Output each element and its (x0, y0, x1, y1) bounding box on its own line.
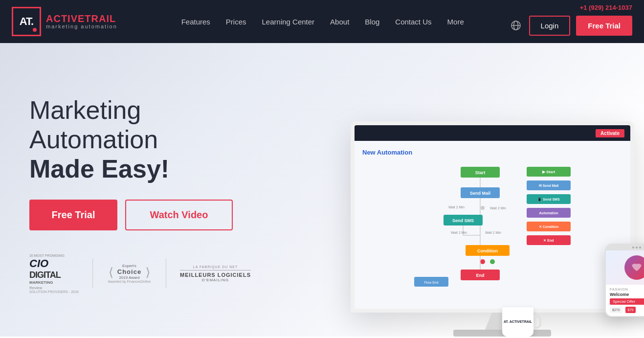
svg-text:Start: Start (475, 170, 486, 175)
nav-blog[interactable]: Blog (365, 18, 379, 26)
phone-price-2: $79 (625, 307, 636, 313)
svg-text:Wait 2 Min: Wait 2 Min (451, 231, 467, 234)
svg-text:Automation: Automation (539, 211, 558, 215)
badge-divider-1 (92, 259, 93, 288)
expert-text: Expert's Choice 2019 Award (117, 264, 141, 280)
fabrique-main: MEILLEURS LOGICIELS (180, 272, 251, 278)
cio-logo: CIO (29, 257, 48, 270)
logo[interactable]: AT. ACTIVETRAIL marketing automation (12, 7, 117, 36)
nav-learning-center[interactable]: Learning Center (262, 18, 315, 26)
nav-more[interactable]: More (447, 18, 464, 26)
expert-line2: Choice (117, 268, 141, 275)
svg-text:Send SMS: Send SMS (452, 218, 474, 223)
svg-text:Send Mail: Send Mail (470, 191, 490, 196)
activate-label[interactable]: Activate (596, 129, 624, 137)
expert-line3: 2019 Award (117, 275, 141, 280)
mug: AT. ACTIVETRAIL (502, 297, 541, 337)
phone-top-bar (606, 245, 644, 250)
badge-fabrique: LA FABRIQUE DU NET MEILLEURS LOGICIELS D… (180, 265, 251, 282)
nav-contact-us[interactable]: Contact Us (395, 18, 431, 26)
monitor-wrapper: Activate New Automation Start (351, 121, 644, 337)
svg-point-22 (490, 259, 495, 264)
phone-welcome: Welcome (610, 292, 644, 297)
svg-text:Wait 2 Min: Wait 2 Min (485, 231, 501, 234)
phone-dot-3 (639, 247, 641, 248)
expert-finance: Awarded by FinancesOnline (108, 280, 151, 283)
badges-row: 20 MOST PROMISING CIO DIGITAL MARKETING … (29, 254, 274, 293)
badge-cio: 20 MOST PROMISING CIO DIGITAL MARKETING … (29, 254, 79, 293)
svg-text:Wait 2 Min: Wait 2 Min (448, 205, 465, 209)
laurel-left: ❬ (108, 266, 114, 278)
phone-mockup: FASHION Welcome Special Offer $270 $79 (605, 244, 644, 317)
logo-at-text: AT. (20, 15, 33, 28)
nav-about[interactable]: About (330, 18, 349, 26)
phone-prices: $270 $79 (610, 307, 644, 313)
hero-right: Activate New Automation Start (311, 53, 644, 337)
logo-box: AT. (12, 7, 41, 36)
phone-body: FASHION Welcome Special Offer $270 $79 (606, 285, 644, 316)
watch-video-button[interactable]: Watch Video (125, 200, 233, 230)
mug-logo: AT. ACTIVETRAIL (504, 319, 532, 324)
free-trial-hero-button[interactable]: Free Trial (29, 200, 117, 230)
phone-brand: FASHION (610, 288, 644, 291)
svg-text:Wait 2 Min: Wait 2 Min (490, 206, 506, 210)
header-actions: Login Free Trial (509, 16, 632, 36)
logo-tagline: marketing automation (46, 23, 117, 29)
mug-body: AT. ACTIVETRAIL (502, 307, 533, 337)
logo-text: ACTIVETRAIL marketing automation (46, 14, 117, 29)
mug-handle (533, 315, 541, 329)
phone-price-1: $270 (610, 307, 622, 313)
hero-section: Marketing Automation Made Easy! Free Tri… (0, 43, 644, 337)
globe-icon[interactable] (509, 18, 523, 33)
phone-dot-1 (632, 247, 634, 248)
nav-features[interactable]: Features (181, 18, 210, 26)
hero-headline-line2: Made Easy! (29, 155, 274, 184)
phone-special-offer: Special Offer (610, 298, 644, 305)
monitor: Activate New Automation Start (351, 121, 634, 313)
svg-text:▶ Start: ▶ Start (542, 170, 555, 174)
monitor-top-bar: Activate (355, 125, 630, 141)
svg-text:📱 Send SMS: 📱 Send SMS (537, 197, 560, 202)
cio-marketing: MARKETING (29, 280, 53, 285)
monitor-content: New Automation Start Send Mail (355, 141, 630, 309)
cio-review: Review (29, 286, 42, 290)
fabrique-line1: LA FABRIQUE DU NET (193, 265, 238, 269)
fabrique-sub: D'EMAILING (202, 278, 229, 282)
automation-diagram: Start Send Mail Wait 2 Min Wait 2 Min (362, 162, 622, 299)
cio-digital: DIGITAL (29, 270, 61, 280)
phone-dot-2 (636, 247, 638, 248)
svg-text:Flow End: Flow End (424, 281, 438, 284)
svg-point-9 (481, 206, 485, 210)
svg-text:✕ Condition: ✕ Condition (539, 225, 559, 228)
logo-active: ACTIVE (46, 13, 85, 24)
login-button[interactable]: Login (529, 16, 571, 36)
phone-avatar (624, 255, 644, 280)
free-trial-nav-button[interactable]: Free Trial (576, 16, 632, 36)
nav-prices[interactable]: Prices (226, 18, 246, 26)
header: +1 (929) 214-1037 AT. ACTIVETRAIL market… (0, 0, 644, 43)
cio-line1: 20 MOST PROMISING (29, 254, 65, 257)
hero-headline-line1: Marketing Automation (29, 96, 158, 154)
laurel-right: ❭ (145, 266, 151, 278)
logo-brand: ACTIVETRAIL (46, 14, 117, 23)
monitor-screen: Activate New Automation Start (355, 125, 630, 309)
badge-divider-2 (166, 259, 166, 288)
main-nav: Features Prices Learning Center About Bl… (137, 18, 509, 26)
svg-text:✕ End: ✕ End (543, 239, 554, 242)
phone-number: +1 (929) 214-1037 (580, 4, 632, 11)
badge-expert: ❬ Expert's Choice 2019 Award ❭ Awarded b… (107, 264, 152, 283)
fabrique-divider (180, 270, 251, 270)
phone-image-area (606, 250, 644, 285)
svg-text:Condition: Condition (477, 248, 498, 253)
cio-year: SOLUTION PROVIDERS - 2019 (29, 290, 79, 293)
svg-text:✉ Send Mail: ✉ Send Mail (539, 184, 559, 187)
hero-left: Marketing Automation Made Easy! Free Tri… (29, 96, 274, 293)
automation-title: New Automation (362, 149, 622, 156)
logo-trail: TRAIL (85, 13, 116, 24)
laurel-wrapper: ❬ Expert's Choice 2019 Award ❭ (107, 264, 152, 280)
svg-point-21 (480, 259, 485, 264)
hero-buttons: Free Trial Watch Video (29, 200, 274, 230)
logo-dot (33, 28, 37, 32)
svg-text:End: End (476, 273, 485, 278)
hero-headline: Marketing Automation Made Easy! (29, 96, 274, 183)
